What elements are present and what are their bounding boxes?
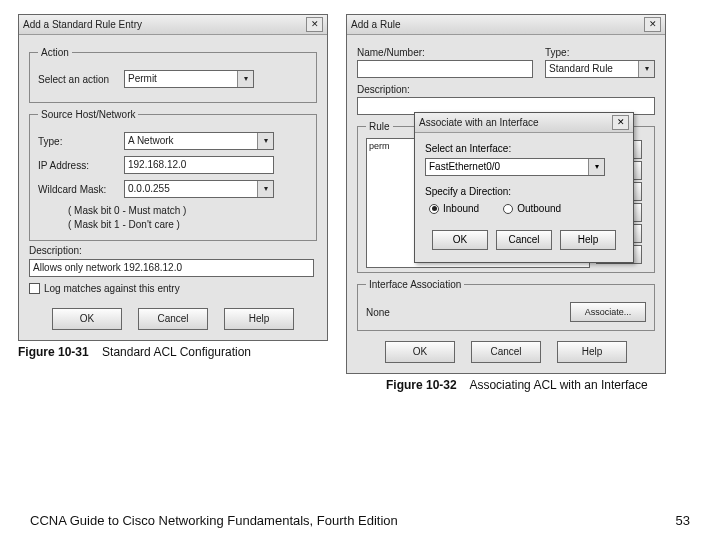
- type-label: Type:: [545, 47, 655, 58]
- assoc-value: None: [366, 307, 570, 318]
- close-icon[interactable]: ✕: [306, 17, 323, 32]
- book-title: CCNA Guide to Cisco Networking Fundament…: [30, 513, 398, 528]
- log-checkbox-row[interactable]: Log matches against this entry: [29, 283, 317, 294]
- select-interface-label: Select an Interface:: [425, 143, 623, 154]
- dialog-title: Associate with an Interface: [419, 117, 612, 128]
- action-label: Select an action: [38, 74, 124, 85]
- type-combo[interactable]: A Network: [124, 132, 274, 150]
- radio-icon: [503, 204, 513, 214]
- direction-label: Specify a Direction:: [425, 186, 623, 197]
- close-icon[interactable]: ✕: [612, 115, 629, 130]
- interface-association-fieldset: Interface Association None Associate...: [357, 279, 655, 331]
- name-input[interactable]: [357, 60, 533, 78]
- help-button[interactable]: Help: [224, 308, 294, 330]
- cancel-button[interactable]: Cancel: [496, 230, 552, 250]
- window-add-standard-rule: Add a Standard Rule Entry ✕ Action Selec…: [18, 14, 328, 341]
- titlebar: Add a Rule ✕: [347, 15, 665, 35]
- log-checkbox[interactable]: [29, 283, 40, 294]
- associate-interface-dialog: Associate with an Interface ✕ Select an …: [414, 112, 634, 263]
- cancel-button[interactable]: Cancel: [471, 341, 541, 363]
- rule-legend: Rule: [366, 121, 393, 132]
- assoc-legend: Interface Association: [366, 279, 464, 290]
- help-button[interactable]: Help: [560, 230, 616, 250]
- page-number: 53: [676, 513, 690, 528]
- window-title: Add a Rule: [351, 19, 644, 30]
- name-label: Name/Number:: [357, 47, 533, 58]
- ok-button[interactable]: OK: [432, 230, 488, 250]
- ip-input[interactable]: 192.168.12.0: [124, 156, 274, 174]
- ok-button[interactable]: OK: [385, 341, 455, 363]
- inbound-radio[interactable]: Inbound: [429, 203, 479, 214]
- window-title: Add a Standard Rule Entry: [23, 19, 306, 30]
- radio-icon: [429, 204, 439, 214]
- action-legend: Action: [38, 47, 72, 58]
- figure-left: Add a Standard Rule Entry ✕ Action Selec…: [18, 14, 328, 392]
- description-input[interactable]: Allows only network 192.168.12.0: [29, 259, 314, 277]
- mask-label: Wildcard Mask:: [38, 184, 124, 195]
- help-button[interactable]: Help: [557, 341, 627, 363]
- description-label: Description:: [357, 84, 655, 95]
- action-combo[interactable]: Permit: [124, 70, 254, 88]
- figure-right: Add a Rule ✕ Name/Number: Type: Standard…: [346, 14, 666, 392]
- type-label: Type:: [38, 136, 124, 147]
- figure-right-caption: Figure 10-32 Associating ACL with an Int…: [386, 378, 666, 392]
- description-label: Description:: [29, 245, 317, 256]
- mask-help-2: ( Mask bit 1 - Don't care ): [38, 218, 308, 232]
- action-fieldset: Action Select an action Permit: [29, 47, 317, 103]
- type-combo[interactable]: Standard Rule: [545, 60, 655, 78]
- source-fieldset: Source Host/Network Type: A Network IP A…: [29, 109, 317, 241]
- ip-label: IP Address:: [38, 160, 124, 171]
- mask-help-1: ( Mask bit 0 - Must match ): [38, 204, 308, 218]
- associate-button[interactable]: Associate...: [570, 302, 646, 322]
- interface-combo[interactable]: FastEthernet0/0: [425, 158, 605, 176]
- close-icon[interactable]: ✕: [644, 17, 661, 32]
- page-footer: CCNA Guide to Cisco Networking Fundament…: [30, 513, 690, 528]
- outbound-radio[interactable]: Outbound: [503, 203, 561, 214]
- titlebar: Associate with an Interface ✕: [415, 113, 633, 133]
- ok-button[interactable]: OK: [52, 308, 122, 330]
- log-label: Log matches against this entry: [44, 283, 180, 294]
- cancel-button[interactable]: Cancel: [138, 308, 208, 330]
- titlebar: Add a Standard Rule Entry ✕: [19, 15, 327, 35]
- mask-combo[interactable]: 0.0.0.255: [124, 180, 274, 198]
- figure-left-caption: Figure 10-31 Standard ACL Configuration: [18, 345, 328, 359]
- source-legend: Source Host/Network: [38, 109, 138, 120]
